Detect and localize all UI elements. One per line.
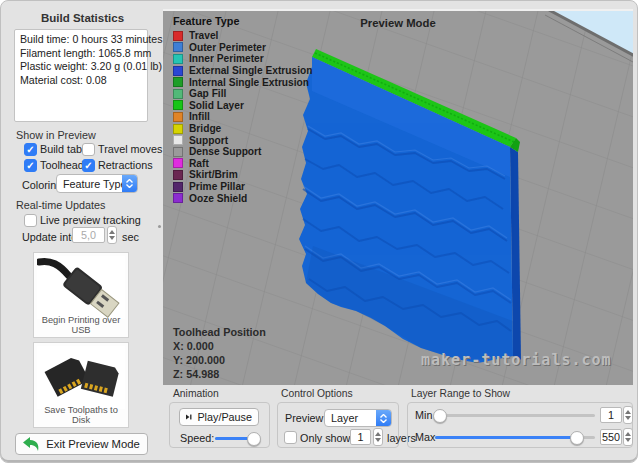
app-window: Build Statistics Build time: 0 hours 33 … (0, 0, 638, 463)
update-interval-stepper[interactable] (107, 226, 117, 244)
update-interval-unit: sec (122, 231, 139, 243)
min-slider[interactable] (435, 414, 595, 417)
legend-item: Prime Pillar (173, 181, 312, 193)
stat-plastic-weight: Plastic weight: 3.20 g (0.01 lb) (20, 60, 142, 74)
exit-preview-mode-label: Exit Preview Mode (46, 438, 140, 450)
only-show-layers-field[interactable]: 1 (350, 429, 371, 445)
legend-item: Internal Single Extrusion (173, 76, 312, 88)
coloring-dropdown-value: Feature Type (57, 178, 122, 190)
min-slider-thumb[interactable] (433, 409, 447, 423)
legend-item: External Single Extrusion (173, 65, 312, 77)
legend-item: Solid Layer (173, 100, 312, 112)
legend-swatch (173, 158, 183, 168)
stepper-down-icon (109, 236, 115, 240)
begin-printing-usb-button[interactable]: Begin Printing over USB (33, 252, 129, 338)
legend-item: Skirt/Brim (173, 169, 312, 181)
animation-group-label: Animation (173, 388, 219, 399)
toolhead-position: Toolhead Position X: 0.000 Y: 200.000 Z:… (173, 325, 266, 381)
legend-item: Outer Perimeter (173, 42, 312, 54)
checkbox-travel-moves[interactable]: ✓ (82, 143, 95, 156)
toolhead-x: X: 0.000 (173, 339, 266, 353)
legend-swatch (173, 89, 183, 99)
bottom-bar: Animation Play/Pause Speed: Control Opti… (163, 388, 635, 456)
checkbox-live-preview-tracking[interactable]: ✓ (24, 214, 37, 227)
preview-by-value: Layer (325, 412, 376, 424)
legend-item: Travel (173, 30, 312, 42)
legend-swatch (173, 100, 183, 110)
stepper-up-icon (625, 432, 631, 436)
checkbox-retractions-label: Retractions (98, 159, 153, 171)
legend-item: Inner Perimeter (173, 53, 312, 65)
legend-item: Support (173, 134, 312, 146)
min-layer-field[interactable]: 1 (600, 407, 622, 423)
build-statistics-box: Build time: 0 hours 33 minutes Filament … (14, 29, 148, 122)
stat-material-cost: Material cost: 0.08 (20, 74, 142, 88)
checkbox-live-preview-tracking-label: Live preview tracking (40, 214, 141, 226)
legend-item: Dense Support (173, 146, 312, 158)
legend-item: Infill (173, 111, 312, 123)
checkbox-toolhead-label: Toolhead (40, 159, 84, 171)
only-show-label: Only show (300, 432, 350, 444)
legend-swatch (173, 42, 183, 52)
max-stepper[interactable] (623, 428, 633, 446)
toolhead-position-title: Toolhead Position (173, 325, 266, 339)
checkbox-retractions[interactable]: ✓ (82, 159, 95, 172)
checkbox-travel-moves-label: Travel moves (98, 143, 162, 155)
min-label: Min (415, 409, 432, 421)
max-label: Max (415, 431, 435, 443)
coloring-dropdown[interactable]: Feature Type (56, 174, 138, 193)
check-icon: ✓ (25, 160, 36, 171)
legend-title: Feature Type (173, 15, 312, 27)
max-layer-field[interactable]: 550 (600, 429, 622, 445)
left-panel: Build Statistics Build time: 0 hours 33 … (9, 9, 156, 458)
legend-item: Gap Fill (173, 88, 312, 100)
legend-swatch (173, 31, 183, 41)
legend-swatch (173, 66, 183, 76)
play-pause-icon (186, 412, 192, 422)
check-icon: ✓ (25, 144, 36, 155)
update-interval-field[interactable]: 5,0 (72, 227, 105, 243)
min-stepper[interactable] (623, 406, 633, 424)
legend-swatch (173, 124, 183, 134)
checkbox-build-table[interactable]: ✓ (24, 143, 37, 156)
exit-arrow-icon (23, 437, 40, 452)
save-toolpaths-disk-label: Save Toolpaths to Disk (34, 405, 128, 425)
save-toolpaths-disk-button[interactable]: Save Toolpaths to Disk (33, 342, 129, 428)
only-show-stepper[interactable] (373, 428, 383, 446)
stepper-up-icon (625, 410, 631, 414)
legend-swatch (173, 77, 183, 87)
stepper-up-icon (109, 230, 115, 234)
max-slider-thumb[interactable] (570, 431, 584, 445)
usb-cable-image (37, 256, 125, 319)
legend-swatch (173, 170, 183, 180)
control-options-group-label: Control Options (281, 388, 353, 399)
sd-cards-image (37, 346, 125, 409)
stat-filament-length: Filament length: 1065.8 mm (20, 47, 142, 61)
play-pause-label: Play/Pause (197, 411, 252, 423)
legend-swatch (173, 54, 183, 64)
stepper-down-icon (625, 416, 631, 420)
toolhead-z: Z: 54.988 (173, 367, 266, 381)
speed-slider-thumb[interactable] (247, 432, 261, 446)
checkbox-toolhead[interactable]: ✓ (24, 159, 37, 172)
max-slider[interactable] (435, 436, 595, 439)
play-pause-button[interactable]: Play/Pause (179, 408, 259, 426)
legend-item: Raft (173, 158, 312, 170)
speed-label: Speed: (180, 432, 214, 444)
stepper-up-icon (375, 432, 381, 436)
layer-range-group-label: Layer Range to Show (411, 388, 510, 399)
feature-type-legend: Feature Type Travel Outer Perimeter Inne… (173, 15, 312, 204)
dropdown-chevrons-icon (376, 410, 391, 426)
legend-item: Bridge (173, 123, 312, 135)
legend-swatch (173, 112, 183, 122)
preview-by-dropdown[interactable]: Layer (324, 409, 392, 427)
realtime-updates-label: Real-time Updates (16, 199, 105, 211)
preview-3d-viewport[interactable]: Preview Mode Feature Type Travel Outer P… (163, 9, 633, 385)
legend-swatch (173, 147, 183, 157)
panel-splitter[interactable] (156, 9, 163, 458)
stepper-down-icon (375, 438, 381, 442)
exit-preview-mode-button[interactable]: Exit Preview Mode (15, 433, 148, 455)
show-in-preview-label: Show in Preview (16, 129, 96, 141)
speed-slider[interactable] (215, 437, 259, 440)
checkbox-only-show[interactable]: ✓ (284, 431, 297, 444)
